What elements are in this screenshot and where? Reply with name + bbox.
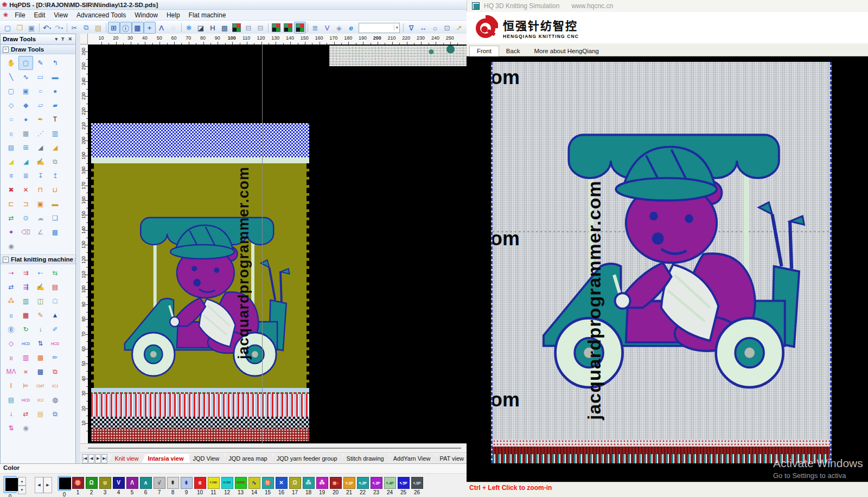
swatch-color[interactable]: ✕	[276, 477, 288, 489]
tool-form-edit[interactable]: ▤	[33, 407, 48, 421]
layer-map-2-button[interactable]	[282, 22, 294, 34]
swatch-color[interactable]: ↖2P	[357, 477, 369, 489]
tool-stitch-block[interactable]: ▦	[18, 308, 33, 322]
menu-file[interactable]: File	[10, 11, 29, 20]
contrast-button[interactable]: ◪	[195, 22, 207, 34]
current-color-swatch[interactable]	[5, 478, 18, 491]
combo-caret-icon[interactable]: ▾	[394, 25, 400, 30]
funnel-button[interactable]: ∇	[405, 22, 417, 34]
swatch-color[interactable]: ♉	[72, 477, 84, 489]
find-button[interactable]: H	[207, 22, 219, 34]
tool-select[interactable]: ▢	[18, 56, 33, 70]
swatch-color[interactable]: ↖5P	[398, 477, 410, 489]
tool-align-rows[interactable]: ≡	[4, 169, 18, 183]
tab-nav-2[interactable]: ▶	[95, 454, 101, 463]
tool-transfer-5[interactable]: ⇄	[4, 280, 18, 294]
color-map-button[interactable]	[231, 22, 242, 34]
horizontal-scrollbar[interactable]	[80, 443, 467, 453]
tool-swap[interactable]: ⇄	[4, 211, 18, 225]
tool-delete-row[interactable]: ✖	[4, 183, 18, 197]
export-button[interactable]: ↗	[453, 22, 465, 34]
tool-icj[interactable]: ICJ	[48, 379, 62, 393]
tool-grid-blocks[interactable]: ⊞	[18, 141, 33, 155]
tool-eraser[interactable]: ⌫	[18, 225, 33, 239]
swatch-13[interactable]: F&2ND13	[234, 476, 247, 497]
info-view-button[interactable]: ⓘ	[120, 22, 132, 34]
swatch-9[interactable]: ⇟9	[180, 476, 193, 497]
tool-frame-top[interactable]: ⊓	[33, 183, 48, 197]
menu-advanceed-tools[interactable]: Advanceed Tools	[72, 11, 130, 20]
collapse-icon[interactable]: −	[3, 47, 9, 53]
tool-parallelogram[interactable]: ▱	[33, 98, 48, 112]
tool-column-pair[interactable]: ▥	[48, 126, 62, 141]
chevron-down-icon[interactable]: ▾	[54, 36, 59, 42]
tool-frame-all[interactable]: ▣	[33, 197, 48, 211]
tool-dial[interactable]: ◉	[18, 421, 33, 435]
tool-transfer-6[interactable]: ⇶	[18, 280, 33, 294]
tool-ellipse[interactable]: ○	[33, 84, 48, 98]
tool-eyedropper[interactable]: ✒	[33, 112, 48, 126]
section-flat-machine-tools[interactable]: − Flat knitting machine to...	[1, 254, 75, 264]
tool-parallelogram-filled[interactable]: ▰	[48, 98, 62, 112]
swatch-color[interactable]: F-2ND	[208, 477, 220, 489]
menu-edit[interactable]: Edit	[30, 11, 50, 20]
tab-jqd-view[interactable]: JQD View	[186, 454, 226, 463]
tool-measure[interactable]: ∠	[33, 225, 48, 239]
tool-yarn-bands[interactable]: ▥	[18, 294, 33, 308]
collapse-icon[interactable]: −	[3, 257, 9, 263]
tool-layer-copy[interactable]: ⧉	[48, 407, 62, 421]
swatch-8[interactable]: ⇞8	[166, 476, 180, 497]
tool-cnt[interactable]: CNT	[33, 379, 48, 393]
tool-rows[interactable]: ▤	[4, 141, 18, 155]
tool-curve[interactable]: ∿	[18, 70, 33, 84]
swatch-21[interactable]: ↖1P21	[342, 476, 356, 497]
tool-import[interactable]: ↓	[33, 322, 48, 336]
move-view-button[interactable]: +	[144, 22, 156, 34]
swatch-25[interactable]: ↖5P25	[397, 476, 410, 497]
swatch-color[interactable]: Λ	[126, 477, 138, 489]
swatch-19[interactable]: ⁂19	[315, 476, 329, 497]
undo-dropdown-icon[interactable]: ▾	[49, 26, 51, 30]
tool-needle-bars[interactable]: |||	[4, 351, 18, 365]
pens-button[interactable]: V	[321, 22, 333, 34]
tool-pencil[interactable]: ✎	[33, 56, 48, 70]
layer-map-1-button[interactable]	[270, 22, 282, 34]
save-button[interactable]: ▣	[25, 22, 37, 34]
icon-view-button[interactable]: ▦	[132, 22, 144, 34]
tool-icj-up[interactable]: ICJ	[33, 393, 48, 407]
swatch-color[interactable]: ↖3P	[371, 477, 382, 489]
swatch-color[interactable]: V	[113, 477, 125, 489]
tool-image-window[interactable]: ❏	[48, 211, 62, 225]
tool-pair-lift[interactable]: ⇅	[4, 421, 18, 435]
tool-column-grid[interactable]: ▦	[18, 126, 33, 141]
swatch-2[interactable]: Ω2	[85, 476, 98, 497]
sim-tab-back[interactable]: Back	[499, 46, 527, 56]
tool-copy-area[interactable]: ⧉	[48, 155, 62, 169]
tool-rect[interactable]: ▭	[33, 70, 48, 84]
swatch-0[interactable]: 0	[58, 476, 71, 497]
snowflake-button[interactable]: ❄	[183, 22, 195, 34]
tool-polygon-filled[interactable]: ●	[18, 112, 33, 126]
spinner-up[interactable]: ▲	[18, 477, 26, 486]
tool-i-beam[interactable]: I	[4, 379, 18, 393]
tool-pattern-grid[interactable]: ▩	[48, 225, 62, 239]
tool-insert-col[interactable]: ↧	[33, 169, 48, 183]
menu-flat-machine[interactable]: Flat machine	[184, 11, 231, 20]
card-button[interactable]: ◈	[333, 22, 345, 34]
tool-drop-x[interactable]: ↓	[4, 407, 18, 421]
swatch-color[interactable]: ⇟	[181, 477, 193, 489]
swatch-color[interactable]: ∿	[248, 477, 260, 489]
tab-nav-1[interactable]: ◀	[88, 454, 94, 463]
settings-gear-button[interactable]: ☼	[429, 22, 441, 34]
panel-b-button[interactable]: ⊟	[254, 22, 266, 34]
tool-rect-filled[interactable]: ▬	[48, 70, 62, 84]
tool-row-marks[interactable]: ⊨	[18, 379, 33, 393]
tab-stitch-drawing[interactable]: Stitch drawing	[340, 454, 391, 463]
tool-yarn-fade[interactable]: ▥	[18, 351, 33, 365]
tool-garment[interactable]: ☖	[48, 294, 62, 308]
tab-jqd-area-map[interactable]: JQD area map	[222, 454, 274, 463]
tool-camo[interactable]: ▩	[33, 365, 48, 379]
fit-width-button[interactable]: ↔	[417, 22, 429, 34]
tool-diamond-filled[interactable]: ◆	[18, 98, 33, 112]
tool-polygon[interactable]: ○	[4, 112, 18, 126]
